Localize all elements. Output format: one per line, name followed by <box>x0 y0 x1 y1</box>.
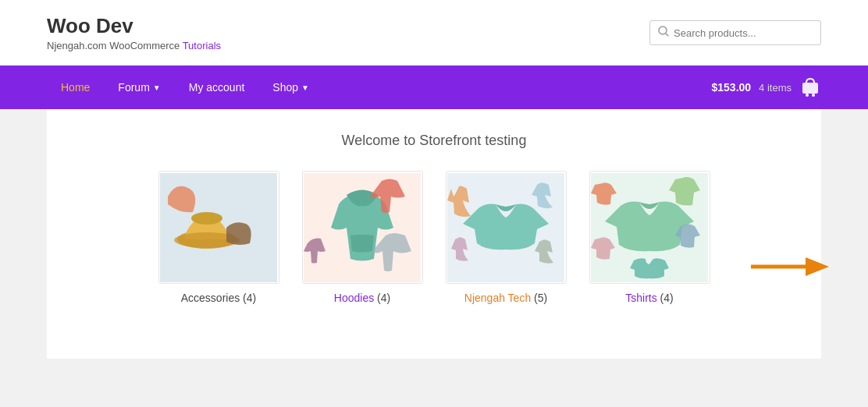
svg-point-7 <box>191 212 222 225</box>
svg-rect-2 <box>802 83 818 94</box>
nav-item-shop[interactable]: Shop ▼ <box>258 67 323 108</box>
shop-chevron-icon: ▼ <box>301 83 309 92</box>
nav-item-home[interactable]: Home <box>47 67 104 108</box>
site-title: Woo Dev <box>47 14 221 38</box>
category-card-hoodies: Hoodies (4) <box>300 171 425 304</box>
njengah-tech-link[interactable]: Njengah Tech <box>464 292 534 304</box>
search-icon <box>658 26 669 40</box>
cart-items-label: 4 items <box>759 82 792 94</box>
category-label-accessories: Accessories (4) <box>181 292 256 304</box>
svg-point-3 <box>806 94 809 97</box>
category-card-accessories: Accessories (4) <box>156 171 281 304</box>
category-card-njengah-tech: Njengah Tech (5) <box>443 171 568 304</box>
category-image-hoodies <box>302 171 423 284</box>
nav-item-my-account[interactable]: My account <box>175 67 259 108</box>
site-tagline: Njengah.com WooCommerce Tutorials <box>47 40 221 51</box>
cart-amount: $153.00 <box>711 81 751 94</box>
main-content: Welcome to Storefront testing <box>47 109 821 359</box>
cart-icon[interactable] <box>799 75 821 101</box>
tshirts-link[interactable]: Tshirts <box>625 292 660 304</box>
forum-chevron-icon: ▼ <box>153 83 161 92</box>
category-image-accessories <box>158 171 279 284</box>
hoodies-link[interactable]: Hoodies <box>334 292 377 304</box>
category-label-tshirts: Tshirts (4) <box>625 292 673 304</box>
category-grid: Accessories (4) <box>62 171 806 304</box>
nav-item-forum[interactable]: Forum ▼ <box>104 67 174 108</box>
welcome-title: Welcome to Storefront testing <box>62 133 806 149</box>
site-branding: Woo Dev Njengah.com WooCommerce Tutorial… <box>47 14 221 51</box>
category-label-njengah-tech: Njengah Tech (5) <box>464 292 547 304</box>
main-nav: Home Forum ▼ My account Shop ▼ $153.00 4… <box>0 65 868 109</box>
site-header: Woo Dev Njengah.com WooCommerce Tutorial… <box>0 0 868 65</box>
nav-items: Home Forum ▼ My account Shop ▼ <box>47 67 711 108</box>
svg-marker-13 <box>806 257 829 276</box>
tagline-plain: Njengah.com WooCommerce <box>47 40 183 51</box>
cart-summary: $153.00 4 items <box>711 75 821 101</box>
svg-line-1 <box>666 34 668 36</box>
search-input[interactable] <box>674 27 813 39</box>
tagline-link[interactable]: Tutorials <box>183 40 221 51</box>
category-image-njengah-tech <box>446 171 567 284</box>
svg-point-4 <box>812 94 815 97</box>
category-card-tshirts: Tshirts (4) <box>587 171 712 304</box>
arrow-indicator <box>751 253 829 283</box>
category-label-hoodies: Hoodies (4) <box>334 292 390 304</box>
category-image-tshirts <box>589 171 710 284</box>
search-box[interactable] <box>649 20 821 45</box>
footer-spacer <box>0 359 868 390</box>
